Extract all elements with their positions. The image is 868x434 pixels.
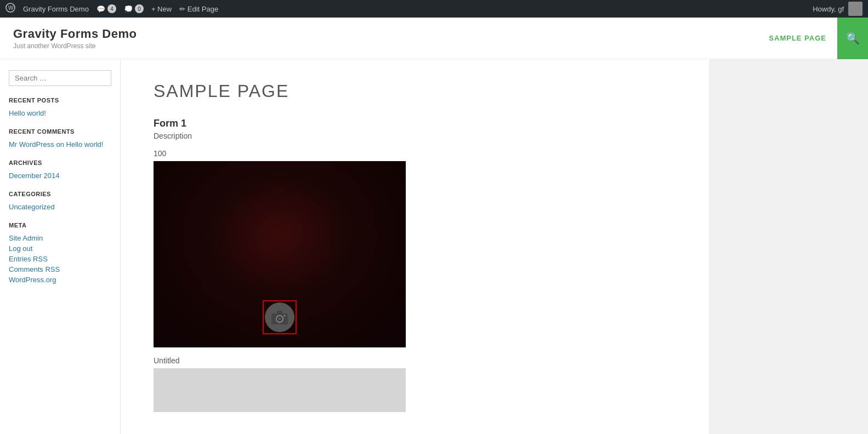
meta-title: META [9, 222, 111, 229]
camera-button-wrap[interactable] [263, 300, 297, 334]
admin-bar-speech[interactable]: 💭 0 [124, 4, 144, 13]
comment-author-link[interactable]: Mr WordPress [9, 140, 54, 149]
sidebar: RECENT POSTS Hello world! RECENT COMMENT… [0, 59, 121, 434]
speech-icon: 💭 [124, 5, 133, 13]
howdy-text: Howdy, gf [813, 5, 844, 13]
admin-bar-comments[interactable]: 💬 4 [97, 4, 116, 13]
admin-bar-right: Howdy, gf [813, 2, 863, 16]
admin-bar-site-name[interactable]: Gravity Forms Demo [23, 5, 89, 13]
recent-comment-text: Mr WordPress on Hello world! [9, 140, 111, 149]
site-title-wrap: Gravity Forms Demo Just another WordPres… [0, 27, 150, 50]
camera-icon [265, 302, 294, 332]
site-wrapper: Gravity Forms Demo Just another WordPres… [0, 18, 868, 434]
progress-value: 100 [154, 149, 676, 158]
comments-icon: 💬 [97, 5, 105, 13]
right-sidebar [709, 59, 868, 434]
sample-page-nav-link[interactable]: SAMPLE PAGE [758, 34, 837, 42]
speech-count: 0 [135, 4, 144, 13]
categories-title: CATEGORIES [9, 191, 111, 197]
untitled-image [154, 368, 406, 412]
recent-posts-title: RECENT POSTS [9, 97, 111, 104]
search-input[interactable] [9, 70, 111, 86]
admin-bar-edit[interactable]: ✏ Edit Page [179, 5, 218, 13]
main-layout: RECENT POSTS Hello world! RECENT COMMENT… [0, 59, 868, 434]
search-icon: 🔍 [846, 32, 860, 45]
svg-point-6 [284, 315, 286, 317]
form-title: Form 1 [154, 118, 676, 129]
svg-rect-5 [277, 311, 282, 314]
header-search-button[interactable]: 🔍 [837, 18, 868, 59]
site-description: Just another WordPress site [13, 42, 137, 50]
category-item-link[interactable]: Uncategorized [9, 203, 111, 211]
meta-entries-rss-link[interactable]: Entries RSS [9, 255, 111, 263]
recent-post-link[interactable]: Hello world! [9, 109, 111, 117]
archives-title: ARCHIVES [9, 159, 111, 166]
form-description: Description [154, 132, 676, 140]
content-area: SAMPLE PAGE Form 1 Description 100 [121, 59, 709, 434]
meta-wordpress-org-link[interactable]: WordPress.org [9, 276, 111, 284]
sidebar-search [9, 70, 111, 86]
meta-site-admin-link[interactable]: Site Admin [9, 234, 111, 242]
archive-item-link[interactable]: December 2014 [9, 172, 111, 180]
comment-on-text: on [56, 140, 66, 149]
page-title: SAMPLE PAGE [154, 81, 676, 101]
site-header: Gravity Forms Demo Just another WordPres… [0, 18, 868, 59]
wp-logo-icon[interactable]: W [5, 3, 15, 15]
svg-text:W: W [8, 5, 14, 11]
comment-post-link[interactable]: Hello world! [66, 140, 104, 149]
form-image-area [154, 161, 406, 347]
recent-comments-title: RECENT COMMENTS [9, 128, 111, 135]
admin-bar-new[interactable]: + New [151, 5, 172, 13]
site-title[interactable]: Gravity Forms Demo [13, 27, 137, 41]
header-nav: SAMPLE PAGE 🔍 [758, 18, 868, 59]
admin-bar: W Gravity Forms Demo 💬 4 💭 0 + New ✏ Edi… [0, 0, 868, 18]
comments-count: 4 [107, 4, 116, 13]
svg-point-4 [278, 317, 281, 321]
user-avatar[interactable] [848, 2, 863, 16]
meta-comments-rss-link[interactable]: Comments RSS [9, 265, 111, 273]
meta-log-out-link[interactable]: Log out [9, 244, 111, 253]
untitled-label: Untitled [154, 356, 676, 365]
